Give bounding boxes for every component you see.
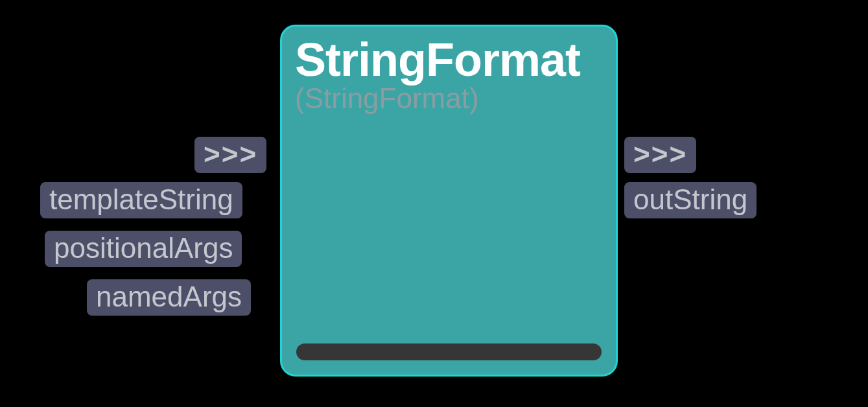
node-box[interactable]: StringFormat (StringFormat) xyxy=(280,25,618,377)
node-bottom-bar xyxy=(296,343,602,360)
input-templateString-port[interactable]: templateString xyxy=(40,182,242,218)
input-namedArgs-port[interactable]: namedArgs xyxy=(87,279,251,316)
node-title: StringFormat xyxy=(295,33,616,86)
output-outString-port[interactable]: outString xyxy=(624,182,757,218)
input-positionalArgs-port[interactable]: positionalArgs xyxy=(45,231,242,267)
output-flow-port[interactable]: >>> xyxy=(624,137,696,173)
node-subtitle: (StringFormat) xyxy=(295,82,616,115)
input-flow-port[interactable]: >>> xyxy=(194,137,266,173)
